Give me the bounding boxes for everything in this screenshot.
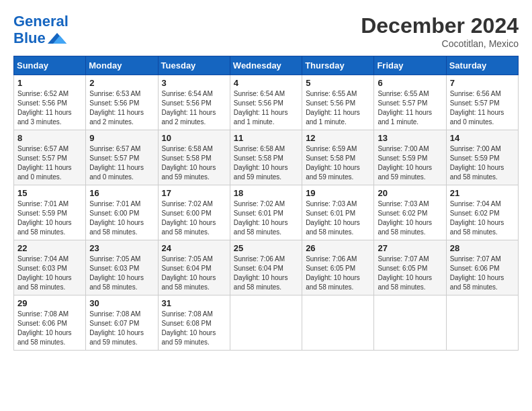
day-info: Sunrise: 7:07 AM Sunset: 6:05 PM Dayligh… <box>378 255 442 292</box>
calendar-cell: 22Sunrise: 7:04 AM Sunset: 6:03 PM Dayli… <box>14 240 86 295</box>
day-number: 5 <box>306 78 370 88</box>
day-info: Sunrise: 6:59 AM Sunset: 5:58 PM Dayligh… <box>306 144 370 182</box>
day-number: 28 <box>450 243 515 253</box>
day-number: 27 <box>378 243 442 253</box>
calendar-cell: 14Sunrise: 7:00 AM Sunset: 5:59 PM Dayli… <box>446 130 518 185</box>
calendar-week-row: 22Sunrise: 7:04 AM Sunset: 6:03 PM Dayli… <box>14 240 519 295</box>
day-number: 22 <box>17 243 82 253</box>
calendar-cell: 29Sunrise: 7:08 AM Sunset: 6:06 PM Dayli… <box>14 295 86 351</box>
day-number: 26 <box>306 243 370 253</box>
day-info: Sunrise: 7:03 AM Sunset: 6:02 PM Dayligh… <box>378 199 442 237</box>
day-number: 11 <box>234 133 298 143</box>
calendar-header-row: SundayMondayTuesdayWednesdayThursdayFrid… <box>14 56 519 75</box>
header-wednesday: Wednesday <box>230 56 302 75</box>
logo-icon <box>48 30 66 46</box>
day-number: 3 <box>162 78 226 88</box>
day-info: Sunrise: 7:08 AM Sunset: 6:07 PM Dayligh… <box>89 310 154 347</box>
day-number: 2 <box>89 78 154 88</box>
day-info: Sunrise: 6:58 AM Sunset: 5:58 PM Dayligh… <box>234 144 298 182</box>
day-info: Sunrise: 6:53 AM Sunset: 5:56 PM Dayligh… <box>89 89 154 127</box>
logo-text: General <box>13 13 69 30</box>
calendar-cell: 27Sunrise: 7:07 AM Sunset: 6:05 PM Dayli… <box>374 240 446 295</box>
day-number: 25 <box>234 243 298 253</box>
calendar-cell: 3Sunrise: 6:54 AM Sunset: 5:56 PM Daylig… <box>158 75 230 130</box>
calendar-cell: 9Sunrise: 6:57 AM Sunset: 5:57 PM Daylig… <box>86 130 158 185</box>
day-number: 9 <box>89 133 154 143</box>
day-info: Sunrise: 7:05 AM Sunset: 6:03 PM Dayligh… <box>89 255 154 292</box>
day-number: 16 <box>89 188 154 198</box>
day-info: Sunrise: 7:00 AM Sunset: 5:59 PM Dayligh… <box>378 144 442 182</box>
calendar-cell: 1Sunrise: 6:52 AM Sunset: 5:56 PM Daylig… <box>14 75 86 130</box>
day-info: Sunrise: 6:58 AM Sunset: 5:58 PM Dayligh… <box>162 144 226 182</box>
header-friday: Friday <box>374 56 446 75</box>
calendar-table: SundayMondayTuesdayWednesdayThursdayFrid… <box>13 56 519 351</box>
calendar-cell: 8Sunrise: 6:57 AM Sunset: 5:57 PM Daylig… <box>14 130 86 185</box>
day-info: Sunrise: 7:02 AM Sunset: 6:00 PM Dayligh… <box>162 199 226 237</box>
day-info: Sunrise: 7:02 AM Sunset: 6:01 PM Dayligh… <box>234 199 298 237</box>
calendar-cell: 4Sunrise: 6:54 AM Sunset: 5:56 PM Daylig… <box>230 75 302 130</box>
calendar-cell: 13Sunrise: 7:00 AM Sunset: 5:59 PM Dayli… <box>374 130 446 185</box>
day-number: 18 <box>234 188 298 198</box>
calendar-cell <box>302 295 374 351</box>
calendar-cell: 5Sunrise: 6:55 AM Sunset: 5:56 PM Daylig… <box>302 75 374 130</box>
day-number: 1 <box>17 78 82 88</box>
day-info: Sunrise: 7:04 AM Sunset: 6:02 PM Dayligh… <box>450 199 515 237</box>
calendar-cell <box>230 295 302 351</box>
calendar-cell: 12Sunrise: 6:59 AM Sunset: 5:58 PM Dayli… <box>302 130 374 185</box>
day-number: 29 <box>17 298 82 308</box>
calendar-cell: 21Sunrise: 7:04 AM Sunset: 6:02 PM Dayli… <box>446 185 518 240</box>
day-info: Sunrise: 7:07 AM Sunset: 6:06 PM Dayligh… <box>450 255 515 292</box>
calendar-cell: 25Sunrise: 7:06 AM Sunset: 6:04 PM Dayli… <box>230 240 302 295</box>
header-thursday: Thursday <box>302 56 374 75</box>
calendar-cell: 17Sunrise: 7:02 AM Sunset: 6:00 PM Dayli… <box>158 185 230 240</box>
day-info: Sunrise: 6:55 AM Sunset: 5:56 PM Dayligh… <box>306 89 370 127</box>
day-number: 17 <box>162 188 226 198</box>
day-info: Sunrise: 7:06 AM Sunset: 6:05 PM Dayligh… <box>306 255 370 292</box>
day-number: 6 <box>378 78 442 88</box>
calendar-cell: 26Sunrise: 7:06 AM Sunset: 6:05 PM Dayli… <box>302 240 374 295</box>
day-number: 21 <box>450 188 515 198</box>
day-info: Sunrise: 7:08 AM Sunset: 6:08 PM Dayligh… <box>162 310 226 347</box>
calendar-cell: 19Sunrise: 7:03 AM Sunset: 6:01 PM Dayli… <box>302 185 374 240</box>
day-number: 10 <box>162 133 226 143</box>
day-number: 8 <box>17 133 82 143</box>
calendar-cell: 15Sunrise: 7:01 AM Sunset: 5:59 PM Dayli… <box>14 185 86 240</box>
calendar-cell <box>446 295 518 351</box>
day-info: Sunrise: 6:55 AM Sunset: 5:57 PM Dayligh… <box>378 89 442 127</box>
day-info: Sunrise: 7:06 AM Sunset: 6:04 PM Dayligh… <box>234 255 298 292</box>
logo: General Blue <box>13 13 69 47</box>
calendar-week-row: 8Sunrise: 6:57 AM Sunset: 5:57 PM Daylig… <box>14 130 519 185</box>
header-tuesday: Tuesday <box>158 56 230 75</box>
day-info: Sunrise: 6:57 AM Sunset: 5:57 PM Dayligh… <box>17 144 82 182</box>
day-number: 19 <box>306 188 370 198</box>
day-number: 30 <box>89 298 154 308</box>
calendar-cell: 30Sunrise: 7:08 AM Sunset: 6:07 PM Dayli… <box>86 295 158 351</box>
calendar-week-row: 29Sunrise: 7:08 AM Sunset: 6:06 PM Dayli… <box>14 295 519 351</box>
day-info: Sunrise: 7:01 AM Sunset: 6:00 PM Dayligh… <box>89 199 154 237</box>
calendar-week-row: 15Sunrise: 7:01 AM Sunset: 5:59 PM Dayli… <box>14 185 519 240</box>
calendar-cell: 24Sunrise: 7:05 AM Sunset: 6:04 PM Dayli… <box>158 240 230 295</box>
calendar-cell: 31Sunrise: 7:08 AM Sunset: 6:08 PM Dayli… <box>158 295 230 351</box>
calendar-cell: 2Sunrise: 6:53 AM Sunset: 5:56 PM Daylig… <box>86 75 158 130</box>
header-monday: Monday <box>86 56 158 75</box>
day-info: Sunrise: 7:05 AM Sunset: 6:04 PM Dayligh… <box>162 255 226 292</box>
day-info: Sunrise: 6:54 AM Sunset: 5:56 PM Dayligh… <box>234 89 298 127</box>
day-info: Sunrise: 7:00 AM Sunset: 5:59 PM Dayligh… <box>450 144 515 182</box>
day-number: 20 <box>378 188 442 198</box>
title-block: December 2024 Cocotitlan, Mexico <box>361 13 519 49</box>
day-info: Sunrise: 6:54 AM Sunset: 5:56 PM Dayligh… <box>162 89 226 127</box>
calendar-week-row: 1Sunrise: 6:52 AM Sunset: 5:56 PM Daylig… <box>14 75 519 130</box>
day-number: 14 <box>450 133 515 143</box>
day-number: 12 <box>306 133 370 143</box>
logo-blue: Blue <box>13 30 46 47</box>
calendar-cell <box>374 295 446 351</box>
day-number: 23 <box>89 243 154 253</box>
day-number: 4 <box>234 78 298 88</box>
day-info: Sunrise: 7:04 AM Sunset: 6:03 PM Dayligh… <box>17 255 82 292</box>
day-info: Sunrise: 7:08 AM Sunset: 6:06 PM Dayligh… <box>17 310 82 347</box>
calendar-cell: 6Sunrise: 6:55 AM Sunset: 5:57 PM Daylig… <box>374 75 446 130</box>
day-info: Sunrise: 6:52 AM Sunset: 5:56 PM Dayligh… <box>17 89 82 127</box>
header-saturday: Saturday <box>446 56 518 75</box>
calendar-cell: 18Sunrise: 7:02 AM Sunset: 6:01 PM Dayli… <box>230 185 302 240</box>
header-sunday: Sunday <box>14 56 86 75</box>
